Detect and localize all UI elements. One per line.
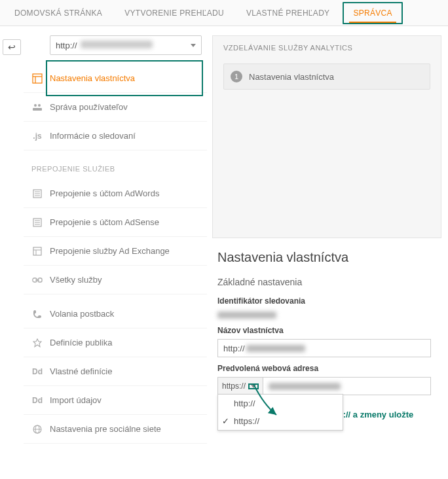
tab-home[interactable]: DOMOVSKÁ STRÁNKA <box>5 2 111 24</box>
protocol-caret-highlight <box>248 383 259 389</box>
tracking-id-label: Identifikátor sledovania <box>217 296 436 306</box>
sidebar-item-adexchange[interactable]: Prepojenie služby Ad Exchange <box>24 237 207 266</box>
sidebar: http:// Nastavenia vlastníctva Správa po… <box>24 26 207 479</box>
chevron-down-icon <box>191 44 196 47</box>
dd-icon: Dd <box>31 395 43 406</box>
settings-panel: Nastavenia vlastníctva Základné nastaven… <box>212 238 441 395</box>
svg-point-3 <box>34 104 37 107</box>
sidebar-item-label: Vlastné definície <box>50 366 112 376</box>
dd-icon: Dd <box>31 366 43 378</box>
step-label: Nastavenia vlastníctva <box>249 72 334 82</box>
property-select-blurred <box>81 41 153 48</box>
link-icon <box>31 274 43 286</box>
target-icon <box>31 337 43 349</box>
sidebar-item-tracking-info[interactable]: .js Informácie o sledovaní <box>24 122 207 151</box>
users-icon <box>31 101 43 113</box>
default-url-label: Predvolená webová adresa <box>217 364 436 373</box>
property-name-blurred <box>246 345 305 352</box>
right-panel: VZDELÁVANIE SLUŽBY ANALYTICS 1 Nastaveni… <box>207 26 448 479</box>
default-url-input[interactable] <box>263 377 431 395</box>
check-icon: ✓ <box>222 416 229 426</box>
sidebar-item-user-management[interactable]: Správa používateľov <box>24 93 207 122</box>
svg-rect-14 <box>33 247 41 255</box>
sidebar-item-audiences[interactable]: Definície publika <box>24 328 207 357</box>
wizard-step-1[interactable]: 1 Nastavenia vlastníctva <box>223 63 430 90</box>
sidebar-item-label: Import údajov <box>50 395 102 405</box>
globe-icon <box>31 423 43 435</box>
chevron-down-icon <box>251 385 256 388</box>
sidebar-item-all-services[interactable]: Všetky služby <box>24 266 207 294</box>
default-url-row: https:// <box>217 377 431 395</box>
sidebar-item-adsense[interactable]: Prepojenie s účtom AdSense <box>24 208 207 237</box>
protocol-select[interactable]: https:// <box>217 377 263 395</box>
option-label: https:// <box>234 416 259 426</box>
tab-custom[interactable]: VLASTNÉ PREHĽADY <box>237 2 339 24</box>
sidebar-item-postback[interactable]: Volania postback <box>24 300 207 328</box>
back-icon: ↩ <box>8 42 16 52</box>
step-number-icon: 1 <box>231 71 242 82</box>
protocol-option-https[interactable]: ✓ https:// <box>218 412 343 430</box>
property-name-input[interactable]: http:// <box>217 339 431 357</box>
property-select[interactable]: http:// <box>50 35 202 55</box>
back-column: ↩ <box>0 26 24 479</box>
url-blurred <box>269 383 341 390</box>
sidebar-item-label: Nastavenia pre sociálne siete <box>50 424 161 434</box>
sidebar-item-property-settings[interactable]: Nastavenia vlastníctva <box>24 64 207 93</box>
svg-rect-0 <box>33 74 42 83</box>
sidebar-item-label: Nastavenia vlastníctva <box>50 73 135 83</box>
sidebar-item-label: Správa používateľov <box>50 102 128 112</box>
sidebar-item-adwords[interactable]: Prepojenie s účtom AdWords <box>24 179 207 208</box>
top-nav: DOMOVSKÁ STRÁNKA VYTVORENIE PREHĽADU VLA… <box>0 0 448 26</box>
wizard-header: VZDELÁVANIE SLUŽBY ANALYTICS <box>223 44 430 52</box>
sidebar-item-label: Prepojenie s účtom AdSense <box>50 217 159 227</box>
sidebar-item-label: Prepojenie s účtom AdWords <box>50 188 159 198</box>
tab-admin[interactable]: SPRÁVCA <box>343 2 402 24</box>
phone-icon <box>31 308 43 320</box>
layout-icon <box>31 73 43 84</box>
tab-reporting[interactable]: VYTVORENIE PREHĽADU <box>115 2 233 24</box>
tracking-id-value <box>217 310 436 319</box>
option-label: http:// <box>234 399 255 408</box>
sidebar-item-label: Definície publika <box>50 338 112 347</box>
sidebar-item-data-import[interactable]: Dd Import údajov <box>24 386 207 415</box>
settings-title: Nastavenia vlastníctva <box>217 250 436 265</box>
property-name-prefix: http:// <box>223 344 245 353</box>
sidebar-item-social[interactable]: Nastavenia pre sociálne siete <box>24 415 207 444</box>
sidebar-item-label: Volania postback <box>50 309 114 319</box>
sidebar-group-label: PREPOJENIE SLUŽIEB <box>31 165 115 173</box>
protocol-option-http[interactable]: http:// <box>218 395 343 412</box>
svg-rect-5 <box>33 108 42 111</box>
svg-point-4 <box>38 104 41 107</box>
protocol-selected: https:// <box>222 381 246 391</box>
list-icon <box>31 188 43 200</box>
property-select-prefix: http:// <box>56 41 77 50</box>
back-button[interactable]: ↩ <box>3 39 21 55</box>
layout-icon <box>31 245 43 257</box>
svg-marker-20 <box>33 339 41 347</box>
protocol-dropdown-panel: http:// ✓ https:// <box>217 394 343 431</box>
sidebar-item-label: Prepojenie služby Ad Exchange <box>50 246 170 256</box>
main-area: ↩ http:// Nastavenia vlastníctva Správa … <box>0 26 448 479</box>
sidebar-group-header: PREPOJENIE SLUŽIEB <box>24 151 207 179</box>
settings-basic-header: Základné nastavenia <box>217 277 436 287</box>
sidebar-item-label: Všetky služby <box>50 275 102 285</box>
property-name-label: Názov vlastníctva <box>217 326 436 335</box>
wizard-panel: VZDELÁVANIE SLUŽBY ANALYTICS 1 Nastaveni… <box>212 35 441 238</box>
sidebar-item-custom-definitions[interactable]: Dd Vlastné definície <box>24 357 207 386</box>
list-icon <box>31 217 43 228</box>
sidebar-item-label: Informácie o sledovaní <box>50 131 136 141</box>
js-icon: .js <box>31 130 43 142</box>
